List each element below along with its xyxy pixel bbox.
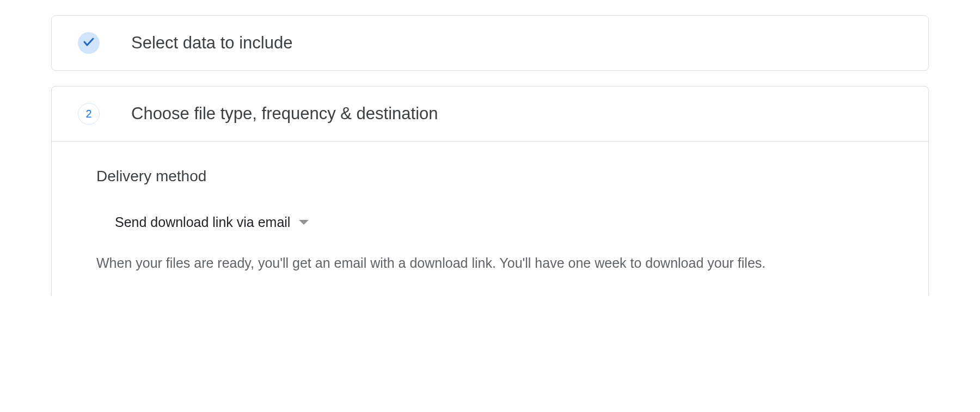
step2-title: Choose file type, frequency & destinatio… (131, 104, 438, 124)
step-card-select-data: Select data to include (51, 15, 929, 71)
step1-badge-done (78, 32, 100, 54)
step2-header[interactable]: 2 Choose file type, frequency & destinat… (52, 87, 928, 141)
step1-header[interactable]: Select data to include (52, 16, 928, 70)
delivery-method-description: When your files are ready, you'll get an… (96, 252, 771, 274)
delivery-method-heading: Delivery method (96, 168, 884, 185)
step1-title: Select data to include (131, 33, 292, 53)
step2-badge-number: 2 (78, 103, 100, 125)
delivery-method-selected: Send download link via email (115, 214, 290, 230)
step-card-file-type: 2 Choose file type, frequency & destinat… (51, 86, 929, 296)
delivery-method-dropdown[interactable]: Send download link via email (96, 211, 313, 233)
step2-body: Delivery method Send download link via e… (52, 141, 928, 296)
chevron-down-icon (299, 220, 309, 225)
checkmark-icon (82, 35, 95, 51)
step2-number: 2 (85, 108, 91, 120)
